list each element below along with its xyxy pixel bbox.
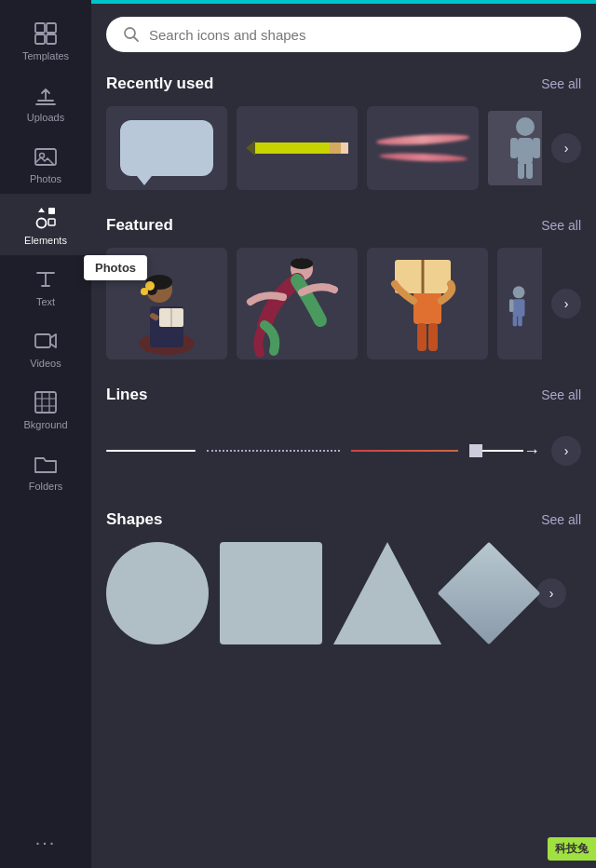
photos-icon	[33, 143, 59, 170]
svg-rect-40	[428, 323, 438, 351]
svg-rect-8	[48, 219, 55, 225]
shapes-row: ›	[106, 542, 581, 644]
recently-used-row: ›	[106, 106, 581, 190]
shapes-see-all[interactable]: See all	[541, 512, 581, 527]
shape-square[interactable]	[220, 542, 322, 644]
sidebar-item-bkground-label: Bkground	[23, 419, 67, 430]
lines-see-all[interactable]: See all	[541, 387, 581, 402]
svg-rect-13	[255, 142, 330, 154]
sidebar-item-uploads[interactable]: Uploads	[0, 71, 91, 132]
sidebar-item-videos[interactable]: Videos	[0, 317, 91, 378]
sidebar-item-photos-label: Photos	[30, 173, 61, 184]
featured-next-button[interactable]: ›	[551, 289, 581, 319]
shapes-next-button[interactable]: ›	[536, 578, 566, 608]
character-silhouette-svg	[497, 114, 542, 183]
top-accent-bar	[91, 0, 596, 4]
featured-items	[106, 248, 542, 359]
svg-rect-39	[417, 323, 427, 351]
videos-icon	[33, 328, 59, 354]
svg-point-16	[516, 117, 535, 136]
line-arrow-body	[482, 450, 523, 452]
folders-icon	[33, 451, 59, 477]
sidebar-item-elements[interactable]: Elements	[0, 194, 91, 255]
recently-used-header: Recently used See all	[106, 75, 581, 93]
svg-rect-1	[47, 23, 56, 33]
featured-see-all[interactable]: See all	[541, 218, 581, 233]
svg-rect-36	[413, 292, 441, 324]
svg-rect-3	[47, 34, 56, 44]
text-icon	[33, 266, 59, 292]
bkground-icon	[33, 389, 59, 415]
pencil-svg	[246, 139, 348, 157]
recent-item-pencil[interactable]	[237, 106, 358, 190]
svg-rect-18	[510, 138, 518, 158]
sidebar-item-videos-label: Videos	[30, 358, 61, 369]
watermark: 科技兔	[548, 837, 596, 861]
sidebar-item-templates[interactable]: Templates	[0, 9, 91, 71]
sidebar-item-text[interactable]: Text	[0, 255, 91, 317]
lines-row: → ›	[106, 417, 581, 484]
shapes-header: Shapes See all	[106, 510, 581, 529]
shapes-title: Shapes	[106, 510, 162, 529]
line-dotted[interactable]	[207, 450, 340, 452]
svg-rect-0	[35, 23, 45, 33]
featured-row: ›	[106, 248, 581, 359]
search-input[interactable]	[149, 27, 564, 43]
svg-rect-14	[330, 142, 341, 154]
shape-triangle[interactable]	[333, 542, 441, 644]
svg-rect-6	[48, 208, 55, 214]
svg-point-7	[37, 219, 47, 228]
recently-used-title: Recently used	[106, 75, 213, 93]
more-options[interactable]: ...	[35, 828, 57, 849]
svg-rect-44	[513, 315, 518, 326]
lines-title: Lines	[106, 386, 147, 404]
photos-tooltip: Photos	[84, 255, 147, 280]
sidebar-item-bkground[interactable]: Bkground	[0, 378, 91, 440]
templates-icon	[33, 20, 59, 47]
line-arrow-box	[469, 444, 482, 457]
recent-item-speech-bubble[interactable]	[106, 106, 227, 190]
svg-rect-43	[509, 299, 514, 312]
recently-used-see-all[interactable]: See all	[541, 76, 581, 91]
sidebar-item-elements-label: Elements	[24, 235, 67, 246]
recently-used-next-button[interactable]: ›	[551, 133, 581, 163]
sidebar-item-uploads-label: Uploads	[27, 112, 64, 123]
uploads-icon	[33, 82, 59, 108]
svg-rect-20	[518, 162, 524, 179]
line-red[interactable]	[351, 450, 458, 452]
lines-section: Lines See all → ›	[106, 386, 581, 484]
shape-circle[interactable]	[106, 542, 209, 644]
lines-next-button[interactable]: ›	[551, 436, 581, 466]
sidebar-item-folders[interactable]: Folders	[0, 440, 91, 501]
main-content: Recently used See all	[91, 4, 596, 868]
svg-rect-30	[170, 308, 172, 327]
featured-title: Featured	[106, 216, 173, 235]
sidebar-item-folders-label: Folders	[29, 481, 63, 492]
featured-item-2[interactable]	[237, 248, 358, 359]
recent-item-brushstrokes[interactable]	[367, 106, 479, 190]
search-bar[interactable]	[106, 17, 581, 52]
featured-item-3[interactable]	[367, 248, 488, 359]
elements-icon	[33, 205, 59, 231]
featured-item-4[interactable]	[497, 248, 542, 359]
sidebar-item-photos[interactable]: Photos	[0, 132, 91, 194]
line-arrow[interactable]: →	[469, 441, 540, 461]
svg-rect-15	[341, 142, 348, 154]
svg-rect-2	[35, 34, 45, 44]
svg-rect-10	[35, 392, 56, 413]
svg-rect-9	[35, 334, 50, 347]
featured-char3-svg	[367, 251, 488, 358]
svg-rect-19	[533, 138, 540, 158]
line-solid[interactable]	[106, 450, 196, 452]
svg-point-41	[513, 286, 525, 298]
svg-rect-17	[518, 138, 533, 164]
shape-diamond[interactable]	[438, 542, 540, 644]
svg-marker-12	[246, 141, 255, 156]
svg-rect-45	[518, 315, 522, 326]
sidebar: Templates Uploads Photos Elements Text	[0, 0, 91, 868]
featured-char2-svg	[237, 251, 358, 358]
recent-item-character[interactable]	[488, 111, 542, 185]
svg-rect-21	[526, 162, 533, 179]
lines-header: Lines See all	[106, 386, 581, 404]
featured-char4-svg	[497, 251, 542, 358]
